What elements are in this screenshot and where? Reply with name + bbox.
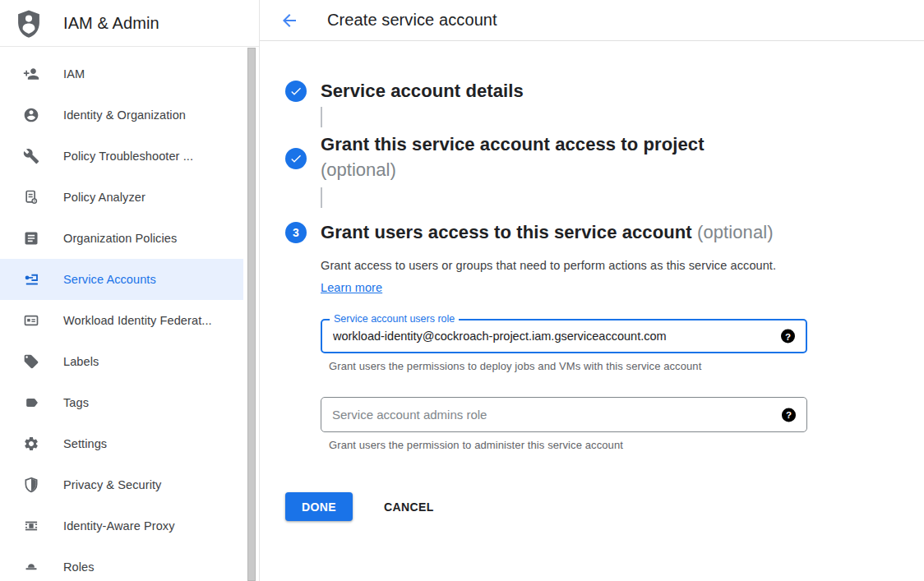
sidebar-item-label: Labels xyxy=(63,355,99,368)
cancel-button[interactable]: CANCEL xyxy=(377,492,441,521)
step-optional-label: (optional) xyxy=(321,158,705,182)
sidebar-item-policy-analyzer[interactable]: Policy Analyzer xyxy=(0,177,243,218)
sidebar-scrollbar[interactable] xyxy=(247,48,256,581)
sidebar-item-settings[interactable]: Settings xyxy=(0,423,243,464)
sidebar-item-label: Tags xyxy=(63,396,89,409)
sidebar-item-label: Privacy & Security xyxy=(63,478,161,491)
sidebar-item-policy-troubleshooter[interactable]: Policy Troubleshooter ... xyxy=(0,136,243,177)
step-number-badge: 3 xyxy=(285,222,307,243)
badge-card-icon xyxy=(23,312,39,329)
admins-role-field-container: ? xyxy=(321,397,807,432)
sidebar-item-label: IAM xyxy=(63,67,85,81)
help-icon[interactable]: ? xyxy=(781,330,795,344)
main-panel: Create service account Service account d… xyxy=(260,0,924,581)
iam-admin-shield-logo-icon xyxy=(14,8,44,38)
step-description-text: Grant access to users or groups that nee… xyxy=(321,259,776,272)
tag-arrow-icon xyxy=(23,394,39,411)
proxy-icon xyxy=(23,518,39,534)
help-icon[interactable]: ? xyxy=(782,408,796,422)
roles-hat-icon xyxy=(23,559,39,575)
step-number: 3 xyxy=(293,226,299,239)
label-tag-icon xyxy=(23,353,39,370)
step-title: Grant this service account access to pro… xyxy=(321,134,705,155)
back-arrow-icon[interactable] xyxy=(280,11,299,30)
sidebar-item-label: Roles xyxy=(63,560,95,574)
sidebar-item-label: Identity & Organization xyxy=(63,108,186,122)
sidebar-item-organization-policies[interactable]: Organization Policies xyxy=(0,218,243,259)
sidebar-item-tags[interactable]: Tags xyxy=(0,382,243,423)
step-3-grant-users-access: 3 Grant users access to this service acc… xyxy=(285,222,904,451)
sidebar-item-label: Service Accounts xyxy=(63,273,156,286)
sidebar-item-label: Policy Analyzer xyxy=(63,191,146,204)
learn-more-link[interactable]: Learn more xyxy=(321,281,382,294)
step-description: Grant access to users or groups that nee… xyxy=(321,255,778,299)
step-title: Service account details xyxy=(321,81,524,102)
step-connector xyxy=(321,107,322,127)
sidebar-item-iam[interactable]: IAM xyxy=(0,53,243,95)
step-title: Grant users access to this service accou… xyxy=(321,222,807,243)
step-connector xyxy=(321,187,322,208)
sidebar-header: IAM & Admin xyxy=(0,0,259,47)
users-role-helper-text: Grant users the permissions to deploy jo… xyxy=(329,360,807,372)
stepper-content: Service account details Grant this servi… xyxy=(260,41,924,521)
admins-role-input[interactable] xyxy=(321,398,806,431)
service-account-key-icon xyxy=(23,271,39,288)
page-title: Create service account xyxy=(327,11,497,30)
users-role-field-container: Service account users role ? xyxy=(321,319,807,353)
gear-icon xyxy=(23,436,39,452)
sidebar-item-privacy-security[interactable]: Privacy & Security xyxy=(0,464,243,505)
page-header: Create service account xyxy=(260,0,924,41)
sidebar-item-label: Policy Troubleshooter ... xyxy=(63,150,193,163)
sidebar-item-roles[interactable]: Roles xyxy=(0,546,243,581)
sidebar-item-label: Workload Identity Federat... xyxy=(63,314,212,327)
shield-icon xyxy=(23,477,39,493)
product-title: IAM & Admin xyxy=(63,14,159,33)
sidebar-item-labels[interactable]: Labels xyxy=(0,341,243,382)
step-1-service-account-details: Service account details xyxy=(285,81,904,102)
step-2-grant-access-to-project: Grant this service account access to pro… xyxy=(285,134,904,182)
step-optional-label: (optional) xyxy=(697,222,774,242)
done-button[interactable]: DONE xyxy=(285,492,353,521)
step-completed-check-icon xyxy=(285,81,307,102)
wrench-icon xyxy=(23,148,39,164)
sidebar-item-service-accounts[interactable]: Service Accounts xyxy=(0,259,243,300)
sidebar-item-identity-aware-proxy[interactable]: Identity-Aware Proxy xyxy=(0,505,243,546)
sidebar-item-label: Settings xyxy=(63,437,107,450)
sidebar-nav: IAM Identity & Organization Policy Troub… xyxy=(0,47,259,581)
policy-analyzer-icon xyxy=(23,189,39,205)
form-actions: DONE CANCEL xyxy=(285,492,904,521)
sidebar-item-label: Organization Policies xyxy=(63,232,177,245)
users-role-field-label: Service account users role xyxy=(330,313,459,325)
article-icon xyxy=(23,230,39,247)
sidebar-item-workload-identity-federation[interactable]: Workload Identity Federat... xyxy=(0,300,243,341)
step-completed-check-icon xyxy=(285,148,307,169)
sidebar: IAM & Admin IAM Identity & Organization … xyxy=(0,0,260,581)
person-add-icon xyxy=(23,66,39,82)
admins-role-helper-text: Grant users the permission to administer… xyxy=(329,439,807,451)
step-title-text: Grant users access to this service accou… xyxy=(321,222,692,242)
sidebar-item-label: Identity-Aware Proxy xyxy=(63,519,175,533)
account-circle-icon xyxy=(23,107,39,123)
sidebar-item-identity-organization[interactable]: Identity & Organization xyxy=(0,95,243,136)
